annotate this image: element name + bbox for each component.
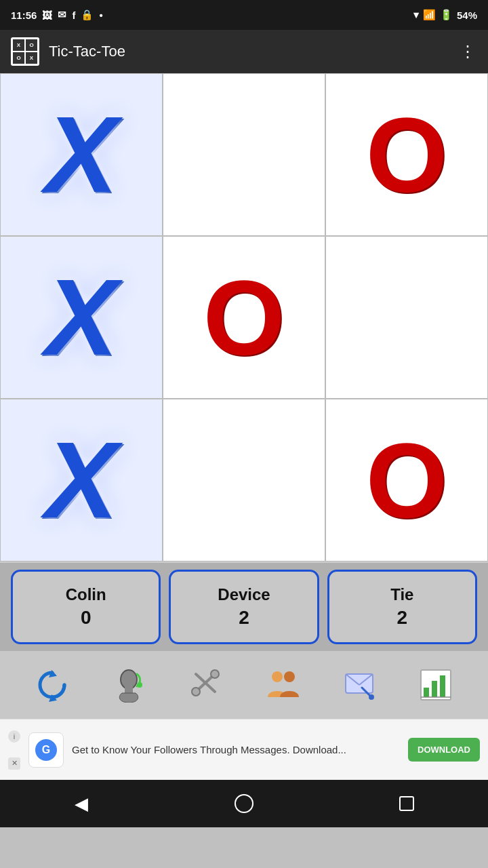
- settings-icon: [188, 667, 223, 703]
- battery-percent: 54%: [457, 9, 477, 21]
- svg-point-4: [137, 682, 142, 688]
- back-icon: ◀: [75, 793, 88, 814]
- status-left: 11:56 🖼 ✉ f 🔒 •: [11, 9, 103, 21]
- chart-icon: [418, 667, 453, 703]
- o-mark: O: [203, 265, 285, 370]
- mail-icon: ✉: [58, 9, 66, 21]
- o-mark: O: [366, 428, 448, 533]
- player2-score: 2: [239, 607, 249, 629]
- o-mark: O: [366, 102, 448, 208]
- svg-rect-18: [432, 681, 437, 697]
- cell-1-1[interactable]: O: [163, 236, 325, 399]
- status-time: 11:56: [11, 9, 37, 21]
- x-mark: X: [45, 426, 118, 534]
- image-icon: 🖼: [42, 9, 52, 21]
- wifi-icon: ▾: [413, 9, 419, 21]
- game-board: X O X O X O: [0, 73, 488, 563]
- ad-close-button[interactable]: ✕: [8, 757, 20, 770]
- score-box-player2[interactable]: Device 2: [169, 570, 319, 644]
- sound-button[interactable]: [104, 660, 153, 709]
- chart-button[interactable]: [411, 660, 460, 709]
- settings-button[interactable]: [181, 660, 230, 709]
- toolbar: [0, 651, 488, 719]
- lock-icon: 🔒: [81, 9, 94, 21]
- restart-icon: [35, 667, 70, 703]
- svg-point-10: [284, 671, 295, 682]
- cell-2-1[interactable]: [163, 399, 325, 561]
- player2-name: Device: [218, 585, 270, 604]
- players-button[interactable]: [258, 660, 307, 709]
- nav-recents-button[interactable]: [390, 787, 424, 821]
- cell-0-2[interactable]: O: [325, 73, 488, 236]
- svg-rect-17: [424, 688, 429, 697]
- scoreboard: Colin 0 Device 2 Tie 2: [0, 563, 488, 651]
- status-bar: 11:56 🖼 ✉ f 🔒 • ▾ 📶 🔋 54%: [0, 0, 488, 30]
- cell-2-2[interactable]: O: [325, 399, 488, 561]
- status-right: ▾ 📶 🔋 54%: [413, 9, 477, 21]
- svg-point-15: [369, 694, 374, 700]
- cell-0-0[interactable]: X: [0, 73, 163, 236]
- facebook-icon: f: [72, 9, 75, 21]
- player1-name: Colin: [66, 585, 106, 604]
- score-box-player1[interactable]: Colin 0: [11, 570, 161, 644]
- app-title: Tic-Tac-Toe: [49, 43, 450, 60]
- svg-point-7: [211, 670, 219, 678]
- ad-text: Get to Know Your Followers Through Messa…: [72, 743, 400, 757]
- score-box-tie[interactable]: Tie 2: [327, 570, 477, 644]
- svg-text:G: G: [42, 744, 50, 755]
- ad-info-button[interactable]: i: [8, 730, 20, 743]
- restart-button[interactable]: [28, 660, 77, 709]
- battery-icon: 🔋: [440, 9, 453, 21]
- cell-1-0[interactable]: X: [0, 236, 163, 399]
- nav-back-button[interactable]: ◀: [64, 787, 98, 821]
- svg-rect-3: [125, 686, 133, 693]
- recents-icon: [399, 796, 414, 811]
- svg-point-9: [272, 671, 283, 682]
- app-bar: XOOX Tic-Tac-Toe ⋮: [0, 30, 488, 73]
- cell-1-2[interactable]: [325, 236, 488, 399]
- home-icon: [235, 794, 253, 813]
- tie-score: 2: [397, 607, 408, 629]
- svg-point-8: [192, 688, 200, 696]
- message-button[interactable]: [335, 660, 384, 709]
- cell-0-1[interactable]: [163, 73, 325, 236]
- ad-banner: i ✕ G Get to Know Your Followers Through…: [0, 719, 488, 780]
- message-icon: [342, 667, 377, 703]
- sound-icon: [111, 667, 146, 703]
- tie-name: Tie: [390, 585, 413, 604]
- x-mark: X: [45, 263, 118, 372]
- player1-score: 0: [81, 607, 92, 629]
- ad-logo: G: [28, 732, 64, 768]
- ad-download-button[interactable]: DOWNLOAD: [408, 738, 480, 762]
- nav-home-button[interactable]: [227, 787, 261, 821]
- players-icon: [265, 667, 300, 703]
- svg-rect-19: [440, 675, 445, 697]
- app-icon: XOOX: [11, 37, 39, 66]
- x-mark: X: [45, 100, 118, 209]
- cell-2-0[interactable]: X: [0, 399, 163, 561]
- signal-icon: 📶: [423, 9, 436, 21]
- overflow-menu-button[interactable]: ⋮: [460, 42, 477, 61]
- dot-icon: •: [99, 9, 102, 21]
- nav-bar: ◀: [0, 780, 488, 827]
- svg-point-2: [121, 670, 137, 689]
